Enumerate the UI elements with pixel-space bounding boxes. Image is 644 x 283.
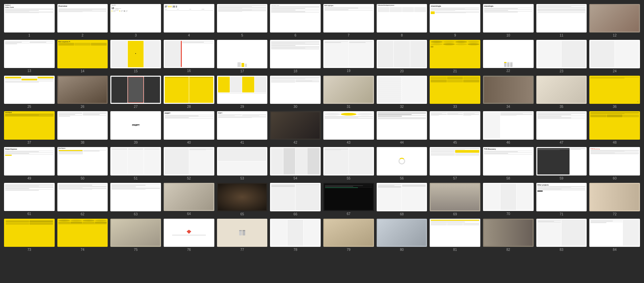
slide-thumb-53[interactable] [217, 147, 268, 175]
slide-thumb-24[interactable] [589, 40, 640, 68]
slide-thumb-34[interactable] [483, 76, 534, 104]
slide-item: 5 [217, 4, 268, 37]
slide-thumb-12[interactable] [589, 4, 640, 32]
slide-thumb-50[interactable]: Vision Express [57, 147, 108, 175]
slide-thumb-25[interactable] [4, 76, 55, 104]
slide-thumb-66[interactable] [270, 183, 321, 211]
slide-thumb-13[interactable] [4, 40, 55, 68]
slide-thumb-17[interactable] [217, 40, 268, 68]
slide-thumb-51[interactable] [110, 147, 161, 175]
slide-thumb-52[interactable] [164, 147, 214, 175]
slide-thumb-72[interactable] [589, 183, 640, 211]
slide-thumb-46[interactable] [483, 111, 534, 140]
slide-thumb-27[interactable] [110, 76, 161, 104]
slide-thumb-19[interactable] [323, 40, 374, 68]
slide-thumb-11[interactable] [536, 4, 587, 32]
slides-grid: Portfolio ofŁukasz Tyrała 1 Overview 2 [0, 0, 644, 256]
slide-thumb-36[interactable]: ✎ [589, 76, 640, 104]
slide-number-1: 1 [29, 33, 31, 37]
slide-item: Portfolio ofŁukasz Tyrała 1 [4, 4, 55, 37]
slide-thumb-62[interactable] [57, 183, 108, 211]
slide-thumb-5[interactable] [217, 4, 268, 32]
slide-thumb-16[interactable] [164, 40, 214, 68]
slide-thumb-23[interactable] [536, 40, 587, 68]
slide-thumb-39[interactable]: FRØPT [110, 111, 161, 140]
slide-thumb-29[interactable] [217, 76, 268, 104]
slide-thumb-2[interactable]: Overview [57, 4, 108, 32]
slide-thumb-68[interactable] [377, 183, 427, 211]
slide-item: 31 [323, 76, 374, 109]
slide-number-11: 11 [559, 33, 563, 37]
slide-thumb-38[interactable] [57, 111, 108, 140]
slide-thumb-71[interactable]: Other projects [536, 183, 587, 211]
slide-thumb-59[interactable] [536, 147, 587, 175]
slide-thumb-78[interactable] [270, 219, 321, 247]
slide-thumb-30[interactable] [270, 76, 321, 104]
slide-thumb-83[interactable] [536, 219, 587, 247]
slide-thumb-60[interactable]: TVN Discovery [589, 147, 640, 175]
slide-thumb-82[interactable] [483, 219, 534, 247]
slide-thumb-57[interactable] [430, 147, 480, 175]
slide-thumb-69[interactable] [430, 183, 480, 211]
slide-thumb-10[interactable]: miastologia [483, 4, 534, 32]
slide-thumb-1[interactable]: Portfolio ofŁukasz Tyrała [4, 4, 55, 32]
slide-thumb-81[interactable] [430, 219, 480, 247]
slide-thumb-40[interactable]: FRØPT [164, 111, 214, 140]
slide-thumb-41[interactable]: FRØPT [217, 111, 268, 140]
slide-thumb-49[interactable]: Vision Express [4, 147, 55, 175]
slide-thumb-44[interactable] [377, 111, 427, 140]
slide-thumb-14[interactable]: Work snapshots ✎ [57, 40, 108, 68]
slide-thumb-47[interactable] [536, 111, 587, 140]
slide-thumb-84[interactable] [589, 219, 640, 247]
slide-thumb-42[interactable] [270, 111, 321, 140]
slide-thumb-76[interactable] [164, 219, 214, 247]
slide-thumb-15[interactable]: ✱ [110, 40, 161, 68]
slide-thumb-54[interactable] [270, 147, 321, 175]
slide-thumb-26[interactable] [57, 76, 108, 104]
slide-thumb-67[interactable] [323, 183, 374, 211]
slide-thumb-28[interactable] [164, 76, 214, 104]
slide-thumb-6[interactable]: Clients Team: Various [270, 4, 321, 32]
slide-thumb-20[interactable] [377, 40, 427, 68]
slide-thumb-48[interactable] [589, 111, 640, 140]
slide-thumb-18[interactable] [270, 40, 321, 68]
slide-thumb-73[interactable] [4, 219, 55, 247]
slide-item: 54 [270, 147, 321, 180]
slide-number-8: 8 [401, 33, 403, 37]
slide-thumb-22[interactable] [483, 40, 534, 68]
slide-thumb-37[interactable]: miastologia.pl [4, 111, 55, 140]
slide-thumb-33[interactable] [430, 76, 480, 104]
slide-item: Vision Express 50 [57, 147, 108, 180]
slide-thumb-80[interactable] [377, 219, 427, 247]
slide-thumb-79[interactable] [323, 219, 374, 247]
slide-number-33: 33 [453, 105, 457, 109]
slide-thumb-70[interactable] [483, 183, 534, 211]
slide-thumb-32[interactable] [377, 76, 427, 104]
slide-thumb-4[interactable]: 27 800 22 2 projects hours clients count… [164, 4, 214, 32]
slide-thumb-74[interactable] [57, 219, 108, 247]
slide-thumb-75[interactable] [110, 219, 161, 247]
slide-thumb-58[interactable]: TVN Discovery [483, 147, 534, 175]
slide-thumb-8[interactable]: Professional development process [377, 4, 427, 32]
slide-thumb-63[interactable] [110, 183, 161, 211]
slide-thumb-31[interactable] [323, 76, 374, 104]
slide-thumb-77[interactable] [217, 219, 268, 247]
slide-thumb-9[interactable]: miastologia [430, 4, 480, 32]
slide-thumb-43[interactable] [323, 111, 374, 140]
slide-item: 22 [483, 40, 534, 73]
slide-thumb-21[interactable] [430, 40, 480, 68]
slide-thumb-64[interactable] [164, 183, 214, 211]
slide-item: 59 [536, 147, 587, 180]
slide-thumb-65[interactable] [217, 183, 268, 211]
slide-item: 21 [430, 40, 480, 73]
slide-number-77: 77 [240, 248, 244, 252]
slide-thumb-61[interactable] [4, 183, 55, 211]
slide-thumb-45[interactable] [430, 111, 480, 140]
slide-number-15: 15 [134, 69, 138, 73]
slide-thumb-56[interactable] [377, 147, 427, 175]
slide-thumb-3[interactable]: Years Of: 15 Professional MarineEngineer… [110, 4, 161, 32]
slide-thumb-7[interactable]: Skills highlights [323, 4, 374, 32]
slide-item: 42 [270, 111, 321, 144]
slide-thumb-55[interactable] [323, 147, 374, 175]
slide-thumb-35[interactable] [536, 76, 587, 104]
